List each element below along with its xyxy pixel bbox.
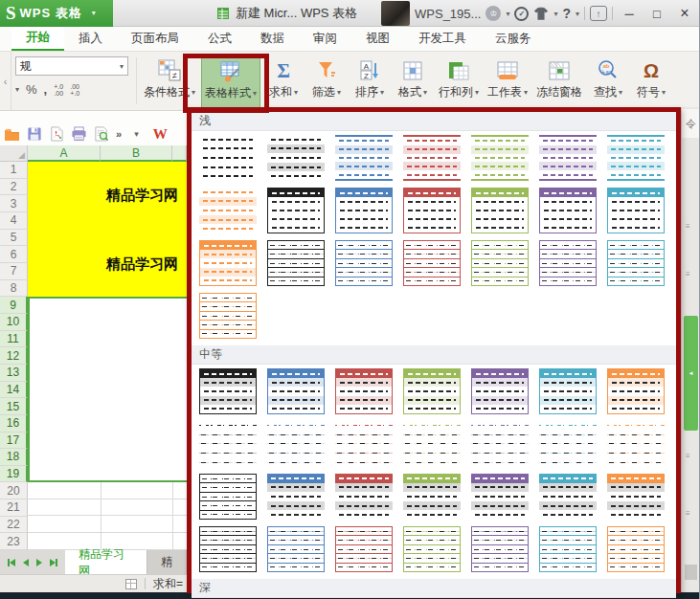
table-style-swatch[interactable] <box>335 526 393 572</box>
help-button[interactable]: ? <box>562 6 571 21</box>
conditional-format-button[interactable]: ≠ 条件格式▾ <box>141 55 198 108</box>
table-style-swatch[interactable] <box>267 474 325 520</box>
comma-style-button[interactable]: , <box>44 82 48 97</box>
table-style-swatch[interactable] <box>335 368 393 414</box>
symbol-button[interactable]: Ω 符号▾ <box>631 55 671 108</box>
tab-insert[interactable]: 插入 <box>64 27 117 51</box>
account-name[interactable]: WPS_195... <box>415 7 481 21</box>
minimize-button[interactable]: ─ <box>618 4 641 23</box>
row-header-5[interactable]: 5 <box>0 230 28 247</box>
row-header-21[interactable]: 21 <box>0 499 28 517</box>
print-icon[interactable] <box>71 126 87 142</box>
table-style-swatch[interactable] <box>403 240 461 286</box>
column-header-a[interactable]: A <box>28 145 101 162</box>
tab-developer[interactable]: 开发工具 <box>404 27 481 51</box>
last-sheet-icon[interactable] <box>50 559 57 566</box>
table-style-swatch[interactable] <box>199 368 257 414</box>
table-style-swatch[interactable] <box>199 293 257 339</box>
row-header-2[interactable]: 2 <box>0 179 28 196</box>
tab-page-layout[interactable]: 页面布局 <box>117 27 193 51</box>
row-header-3[interactable]: 3 <box>0 195 28 212</box>
table-style-swatch[interactable] <box>267 240 325 286</box>
table-style-swatch[interactable] <box>471 474 529 520</box>
maximize-button[interactable]: □ <box>645 4 668 23</box>
select-all-corner[interactable]: ◢ <box>0 145 28 162</box>
save-icon[interactable] <box>27 126 42 142</box>
table-style-swatch[interactable] <box>335 474 393 520</box>
table-style-swatch[interactable] <box>335 188 393 233</box>
row-header-1[interactable]: 1 <box>0 162 28 179</box>
column-header-c-partial[interactable] <box>172 145 187 162</box>
table-style-swatch[interactable] <box>199 135 257 181</box>
help-caret-icon[interactable]: ▾ <box>576 10 579 18</box>
vertical-scrollbar-thumb[interactable]: ◂ <box>684 316 698 431</box>
currency-caret-icon[interactable]: ▾ <box>15 85 19 94</box>
table-style-swatch[interactable] <box>403 368 461 414</box>
row-header-11[interactable]: 11 <box>0 331 28 348</box>
table-style-swatch[interactable] <box>471 421 529 467</box>
print-preview-icon[interactable] <box>94 126 109 142</box>
table-style-swatch[interactable] <box>267 526 325 572</box>
sheet-tab-2[interactable]: 精 <box>147 550 187 574</box>
row-header-8[interactable]: 8 <box>0 280 28 298</box>
table-style-swatch[interactable] <box>335 135 393 181</box>
row-header-13[interactable]: 13 <box>0 365 28 382</box>
table-style-swatch[interactable] <box>607 421 665 467</box>
qat-caret-icon[interactable]: ▾ <box>134 129 139 139</box>
sheet-tab-active[interactable]: 精品学习网 <box>65 550 147 574</box>
percent-style-button[interactable]: % <box>26 82 37 97</box>
row-header-6[interactable]: 6 <box>0 246 28 263</box>
tab-cloud[interactable]: 云服务 <box>481 27 546 51</box>
document-tab[interactable]: 新建 Micr... WPS 表格 <box>216 5 357 22</box>
decrease-decimal-button[interactable]: .00 +.0 <box>70 83 79 97</box>
table-style-swatch[interactable] <box>539 135 597 181</box>
open-folder-icon[interactable] <box>4 127 20 142</box>
prev-sheet-icon[interactable] <box>23 559 29 566</box>
more-tools-icon[interactable]: » <box>116 128 122 140</box>
rows-columns-button[interactable]: 行和列▾ <box>436 55 482 108</box>
table-style-swatch[interactable] <box>607 135 665 181</box>
first-sheet-icon[interactable] <box>8 559 15 566</box>
table-style-swatch[interactable] <box>471 240 529 286</box>
member-crown-icon[interactable]: ♔ <box>485 6 501 21</box>
sort-button[interactable]: AZ 排序▾ <box>350 55 390 108</box>
close-button[interactable]: × <box>673 4 696 23</box>
user-avatar[interactable] <box>381 1 410 26</box>
format-button[interactable]: 格式▾ <box>393 55 433 108</box>
table-style-swatch[interactable] <box>539 188 597 233</box>
increase-decimal-button[interactable]: +.0 .00 <box>54 83 63 97</box>
table-style-swatch[interactable] <box>539 240 597 286</box>
table-style-swatch[interactable] <box>607 474 665 520</box>
selected-range[interactable] <box>28 297 187 482</box>
table-style-swatch[interactable] <box>403 135 461 181</box>
row-header-12[interactable]: 12 <box>0 347 28 365</box>
tab-home[interactable]: 开始 <box>11 27 64 51</box>
table-style-swatch[interactable] <box>471 188 529 233</box>
next-sheet-icon[interactable] <box>36 559 42 566</box>
table-style-swatch[interactable] <box>539 526 597 572</box>
table-style-swatch[interactable] <box>267 421 325 467</box>
tab-view[interactable]: 视图 <box>351 27 404 51</box>
table-style-swatch[interactable] <box>403 421 461 467</box>
hide-ribbon-icon[interactable]: ↑ <box>590 6 607 21</box>
collapse-pane-icon[interactable]: ‹ <box>0 52 11 110</box>
sum-button[interactable]: Σ 求和▾ <box>263 55 304 108</box>
table-style-swatch[interactable] <box>471 526 529 572</box>
freeze-panes-button[interactable]: 冻结窗格 <box>533 55 585 108</box>
row-header-17[interactable]: 17 <box>0 433 28 450</box>
empty-grid-rows[interactable] <box>28 482 187 550</box>
table-style-swatch[interactable] <box>403 526 461 572</box>
row-header-4[interactable]: 4 <box>0 212 28 230</box>
row-header-20[interactable]: 20 <box>0 482 28 499</box>
row-header-16[interactable]: 16 <box>0 415 28 433</box>
row-header-9[interactable]: 9 <box>0 297 28 314</box>
row-header-10[interactable]: 10 <box>0 314 28 331</box>
row-header-18[interactable]: 18 <box>0 449 28 466</box>
export-pdf-icon[interactable] <box>49 126 64 142</box>
row-header-14[interactable]: 14 <box>0 382 28 399</box>
table-style-swatch[interactable] <box>539 421 597 467</box>
command-side-tab[interactable]: 令 <box>682 109 700 138</box>
worksheet-button[interactable]: 工作表▾ <box>485 55 531 108</box>
message-icon[interactable]: ✓ <box>514 7 529 21</box>
yellow-cell-block[interactable]: 精品学习网 精品学习网 <box>28 162 187 297</box>
